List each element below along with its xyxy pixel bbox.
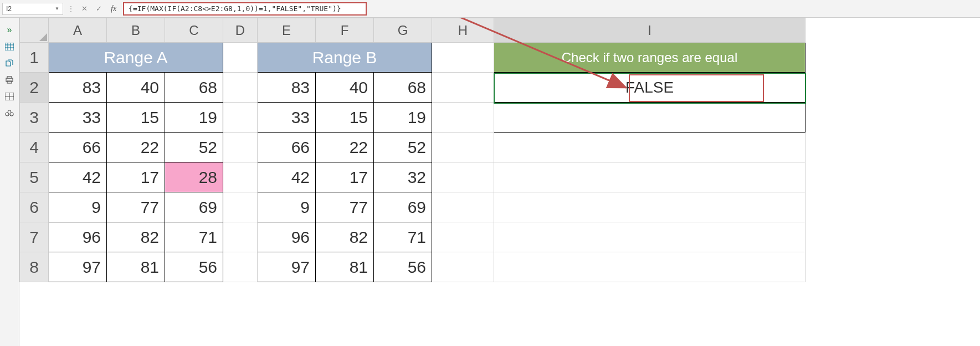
cell-F2[interactable]: 40 bbox=[316, 73, 374, 103]
table-icon[interactable] bbox=[4, 42, 14, 51]
cell-E4[interactable]: 66 bbox=[258, 133, 316, 162]
cell-C6[interactable]: 69 bbox=[165, 192, 223, 222]
cell-A6[interactable]: 9 bbox=[49, 192, 107, 222]
cell-E6[interactable]: 9 bbox=[258, 192, 316, 222]
col-header-H[interactable]: H bbox=[432, 18, 494, 43]
clipboard-icon[interactable] bbox=[4, 59, 14, 68]
cell-C3[interactable]: 19 bbox=[165, 103, 223, 133]
col-header-B[interactable]: B bbox=[107, 18, 165, 43]
grid-icon[interactable] bbox=[4, 92, 14, 101]
cell-C8[interactable]: 56 bbox=[165, 252, 223, 282]
range-a-title[interactable]: Range A bbox=[49, 43, 223, 73]
cell-I7[interactable] bbox=[494, 222, 805, 252]
col-header-I[interactable]: I bbox=[494, 18, 805, 43]
print-icon[interactable] bbox=[4, 75, 14, 84]
side-toolbar: » bbox=[0, 18, 19, 346]
cell-A8[interactable]: 97 bbox=[49, 252, 107, 282]
row-header-4[interactable]: 4 bbox=[20, 133, 49, 162]
check-title[interactable]: Check if two ranges are equal bbox=[494, 43, 805, 73]
cell-G2[interactable]: 68 bbox=[374, 73, 432, 103]
row-header-6[interactable]: 6 bbox=[20, 192, 49, 222]
cell-F3[interactable]: 15 bbox=[316, 103, 374, 133]
cell-A4[interactable]: 66 bbox=[49, 133, 107, 162]
row-6: 6 9 77 69 9 77 69 bbox=[20, 192, 805, 222]
col-header-C[interactable]: C bbox=[165, 18, 223, 43]
cell-E7[interactable]: 96 bbox=[258, 222, 316, 252]
cell-G3[interactable]: 19 bbox=[374, 103, 432, 133]
row-5: 5 42 17 28 42 17 32 bbox=[20, 162, 805, 192]
cell-G6[interactable]: 69 bbox=[374, 192, 432, 222]
cell-I2[interactable]: FALSE bbox=[494, 73, 805, 103]
range-b-title[interactable]: Range B bbox=[258, 43, 432, 73]
cell-A7[interactable]: 96 bbox=[49, 222, 107, 252]
cell-G7[interactable]: 71 bbox=[374, 222, 432, 252]
cancel-icon[interactable]: ✕ bbox=[79, 4, 90, 14]
cell-F8[interactable]: 81 bbox=[316, 252, 374, 282]
enter-icon[interactable]: ✓ bbox=[93, 4, 104, 14]
cell-B5[interactable]: 17 bbox=[107, 162, 165, 192]
row-header-1[interactable]: 1 bbox=[20, 43, 49, 73]
cell-I5[interactable] bbox=[494, 162, 805, 192]
cell-F5[interactable]: 17 bbox=[316, 162, 374, 192]
row-8: 8 97 81 56 97 81 56 bbox=[20, 252, 805, 282]
cell-A5[interactable]: 42 bbox=[49, 162, 107, 192]
col-header-A[interactable]: A bbox=[49, 18, 107, 43]
cell-B3[interactable]: 15 bbox=[107, 103, 165, 133]
row-7: 7 96 82 71 96 82 71 bbox=[20, 222, 805, 252]
row-1: 1 Range A Range B Check if two ranges ar… bbox=[20, 43, 805, 73]
fx-icon[interactable]: fx bbox=[107, 4, 120, 13]
col-header-E[interactable]: E bbox=[258, 18, 316, 43]
svg-rect-0 bbox=[5, 43, 14, 50]
cell-C7[interactable]: 71 bbox=[165, 222, 223, 252]
cell-A2[interactable]: 83 bbox=[49, 73, 107, 103]
col-header-D[interactable]: D bbox=[223, 18, 258, 43]
spreadsheet-grid[interactable]: A B C D E F G H I 1 Range A Range B Chec… bbox=[19, 18, 980, 346]
cell-I4[interactable] bbox=[494, 133, 805, 162]
cell-G5[interactable]: 32 bbox=[374, 162, 432, 192]
col-header-G[interactable]: G bbox=[374, 18, 432, 43]
svg-point-11 bbox=[6, 113, 9, 116]
cell-F6[interactable]: 77 bbox=[316, 192, 374, 222]
row-4: 4 66 22 52 66 22 52 bbox=[20, 133, 805, 162]
svg-point-12 bbox=[10, 113, 13, 116]
cell-E2[interactable]: 83 bbox=[258, 73, 316, 103]
formula-bar: I2 ▼ ⋮ ✕ ✓ fx {=IF(MAX(IF(A2:C8<>E2:G8,1… bbox=[0, 0, 980, 18]
cell-G4[interactable]: 52 bbox=[374, 133, 432, 162]
select-all-corner[interactable] bbox=[20, 18, 49, 43]
cell-F7[interactable]: 82 bbox=[316, 222, 374, 252]
cell-E5[interactable]: 42 bbox=[258, 162, 316, 192]
row-3: 3 33 15 19 33 15 19 bbox=[20, 103, 805, 133]
binoculars-icon[interactable] bbox=[4, 109, 14, 118]
name-box[interactable]: I2 ▼ bbox=[2, 3, 63, 15]
row-header-2[interactable]: 2 bbox=[20, 73, 49, 103]
cell-E8[interactable]: 97 bbox=[258, 252, 316, 282]
cell-I6[interactable] bbox=[494, 192, 805, 222]
row-header-7[interactable]: 7 bbox=[20, 222, 49, 252]
formula-input[interactable]: {=IF(MAX(IF(A2:C8<>E2:G8,1,0))=1,"FALSE"… bbox=[123, 2, 367, 16]
cell-E3[interactable]: 33 bbox=[258, 103, 316, 133]
cell-B4[interactable]: 22 bbox=[107, 133, 165, 162]
row-header-5[interactable]: 5 bbox=[20, 162, 49, 192]
cell-B2[interactable]: 40 bbox=[107, 73, 165, 103]
cell-C4[interactable]: 52 bbox=[165, 133, 223, 162]
cell-B7[interactable]: 82 bbox=[107, 222, 165, 252]
cell-C5[interactable]: 28 bbox=[165, 162, 223, 192]
cell-I3[interactable] bbox=[494, 103, 805, 133]
col-header-F[interactable]: F bbox=[316, 18, 374, 43]
name-box-value: I2 bbox=[6, 5, 12, 13]
row-header-3[interactable]: 3 bbox=[20, 103, 49, 133]
column-headers[interactable]: A B C D E F G H I bbox=[20, 18, 805, 43]
expand-icon[interactable]: » bbox=[4, 26, 14, 34]
cell-I8[interactable] bbox=[494, 252, 805, 282]
chevron-down-icon[interactable]: ▼ bbox=[55, 6, 59, 11]
cell-G8[interactable]: 56 bbox=[374, 252, 432, 282]
cell-F4[interactable]: 22 bbox=[316, 133, 374, 162]
separator-icon: ⋮ bbox=[66, 5, 75, 13]
formula-text: {=IF(MAX(IF(A2:C8<>E2:G8,1,0))=1,"FALSE"… bbox=[129, 4, 341, 13]
cell-C2[interactable]: 68 bbox=[165, 73, 223, 103]
row-header-8[interactable]: 8 bbox=[20, 252, 49, 282]
cell-A3[interactable]: 33 bbox=[49, 103, 107, 133]
row-2: 2 83 40 68 83 40 68 FALSE bbox=[20, 73, 805, 103]
cell-B6[interactable]: 77 bbox=[107, 192, 165, 222]
cell-B8[interactable]: 81 bbox=[107, 252, 165, 282]
